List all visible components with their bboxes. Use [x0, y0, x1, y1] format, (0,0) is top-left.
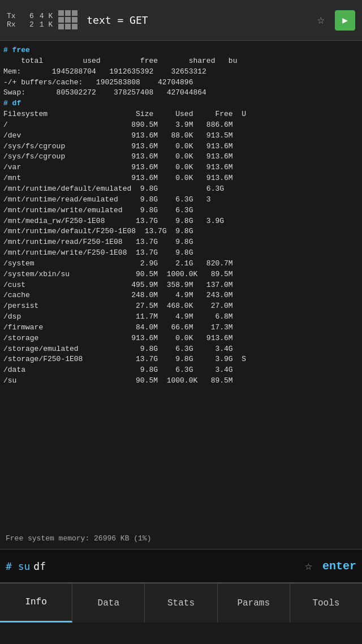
favorite-button[interactable]: ☆ — [305, 559, 312, 574]
terminal-output: # free total used free shared bu Mem: 19… — [0, 41, 362, 527]
tx-label: Tx — [7, 12, 24, 20]
tab-info-label: Info — [25, 597, 46, 607]
rx-count: 2 — [29, 20, 34, 29]
enter-button[interactable]: enter — [322, 560, 356, 573]
star-button[interactable]: ☆ — [317, 12, 325, 28]
play-button[interactable] — [335, 10, 355, 31]
tx-size: 4 K — [40, 12, 53, 20]
tab-stats-label: Stats — [167, 598, 195, 608]
tx-count: 6 — [29, 12, 34, 20]
tab-stats[interactable]: Stats — [145, 583, 217, 622]
bottom-nav: Info Data Stats Params Tools — [0, 583, 362, 622]
rx-size: 1 K — [40, 20, 53, 29]
tab-params[interactable]: Params — [218, 583, 290, 622]
grid-icon[interactable] — [58, 10, 79, 31]
rx-label: Rx — [7, 20, 24, 29]
tab-data[interactable]: Data — [72, 583, 145, 622]
title: text = GET — [87, 14, 317, 26]
tx-rx-counts: 6 2 — [29, 12, 34, 29]
top-bar: Tx Rx 6 2 4 K 1 K text = GET ☆ — [0, 0, 362, 41]
tab-tools-label: Tools — [312, 598, 339, 608]
status-bar: Free system memory: 26996 KB (1%) — [0, 527, 362, 549]
tab-params-label: Params — [237, 598, 270, 608]
tab-info[interactable]: Info — [0, 583, 72, 622]
input-bar[interactable]: # su ☆ enter — [0, 549, 362, 583]
command-input[interactable] — [33, 560, 304, 572]
tab-data-label: Data — [98, 598, 119, 608]
terminal-content: # free total used free shared bu Mem: 19… — [3, 45, 359, 387]
status-text: Free system memory: 26996 KB (1%) — [6, 534, 151, 543]
tx-rx-sizes: 4 K 1 K — [40, 12, 53, 29]
input-prompt: # su — [6, 560, 30, 572]
tab-tools[interactable]: Tools — [290, 583, 362, 622]
tx-rx-labels: Tx Rx — [7, 12, 24, 29]
